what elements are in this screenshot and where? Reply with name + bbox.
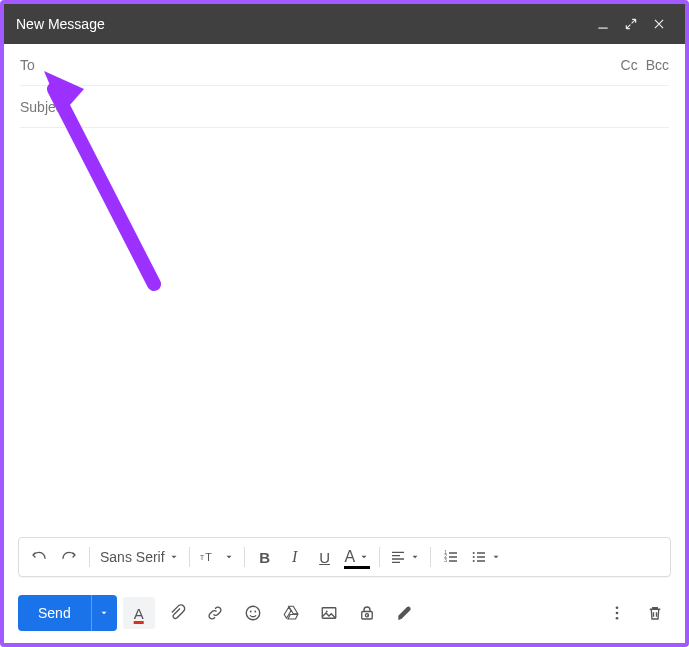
bcc-button[interactable]: Bcc (646, 57, 669, 73)
align-icon (390, 549, 406, 565)
chevron-down-icon (410, 552, 420, 562)
underline-icon: U (319, 549, 330, 566)
lock-clock-icon (358, 604, 376, 622)
chevron-down-icon (169, 552, 179, 562)
bold-button[interactable]: B (251, 543, 279, 571)
chevron-down-icon (224, 552, 234, 562)
redo-icon (61, 549, 77, 565)
bottom-toolbar: Send A (4, 587, 685, 643)
chevron-down-icon (359, 552, 369, 562)
svg-point-7 (473, 556, 475, 558)
font-size-button[interactable]: T T (196, 543, 238, 571)
svg-point-6 (473, 552, 475, 554)
svg-point-9 (246, 606, 260, 620)
close-button[interactable] (645, 10, 673, 38)
insert-signature-button[interactable] (389, 597, 421, 629)
attach-button[interactable] (161, 597, 193, 629)
close-icon (652, 17, 666, 31)
formatting-icon: A (134, 605, 144, 622)
svg-point-8 (473, 560, 475, 562)
text-color-icon: A (345, 548, 356, 566)
to-row[interactable]: To Cc Bcc (20, 44, 669, 86)
trash-icon (646, 604, 664, 622)
emoji-icon (244, 604, 262, 622)
image-icon (320, 604, 338, 622)
redo-button[interactable] (55, 543, 83, 571)
pen-icon (396, 604, 414, 622)
text-color-button[interactable]: A (341, 543, 374, 571)
expand-icon (624, 17, 638, 31)
numbered-list-icon: 123 (443, 549, 459, 565)
formatting-toolbar: Sans Serif T T B I U A 123 (18, 537, 671, 577)
fullscreen-button[interactable] (617, 10, 645, 38)
svg-point-17 (616, 612, 619, 615)
send-group: Send (18, 595, 117, 631)
insert-emoji-button[interactable] (237, 597, 269, 629)
cc-button[interactable]: Cc (621, 57, 638, 73)
send-options-button[interactable] (91, 595, 117, 631)
underline-button[interactable]: U (311, 543, 339, 571)
insert-drive-button[interactable] (275, 597, 307, 629)
confidential-mode-button[interactable] (351, 597, 383, 629)
titlebar: New Message (4, 4, 685, 44)
to-input[interactable] (43, 44, 613, 85)
svg-point-18 (616, 617, 619, 620)
svg-point-10 (250, 611, 252, 613)
font-name: Sans Serif (100, 549, 165, 565)
italic-icon: I (292, 548, 297, 566)
minimize-button[interactable] (589, 10, 617, 38)
paperclip-icon (168, 604, 186, 622)
bullet-list-icon (471, 549, 487, 565)
chevron-down-icon (491, 552, 501, 562)
undo-button[interactable] (25, 543, 53, 571)
bold-icon: B (259, 549, 270, 566)
svg-text:3: 3 (445, 558, 448, 563)
message-body[interactable] (20, 136, 669, 529)
insert-photo-button[interactable] (313, 597, 345, 629)
italic-button[interactable]: I (281, 543, 309, 571)
svg-text:T: T (205, 551, 212, 563)
undo-icon (31, 549, 47, 565)
align-button[interactable] (386, 543, 424, 571)
formatting-toggle-button[interactable]: A (123, 597, 155, 629)
subject-row[interactable] (20, 86, 669, 128)
link-icon (206, 604, 224, 622)
more-vert-icon (608, 604, 626, 622)
discard-draft-button[interactable] (639, 597, 671, 629)
body-area (4, 128, 685, 537)
window-title: New Message (16, 16, 589, 32)
font-size-icon: T T (200, 549, 220, 565)
bullet-list-button[interactable] (467, 543, 505, 571)
chevron-down-icon (99, 608, 109, 618)
drive-icon (282, 604, 300, 622)
svg-point-16 (616, 606, 619, 609)
more-options-button[interactable] (601, 597, 633, 629)
header-fields: To Cc Bcc (4, 44, 685, 128)
numbered-list-button[interactable]: 123 (437, 543, 465, 571)
svg-point-13 (326, 611, 328, 613)
minimize-icon (596, 17, 610, 31)
svg-point-11 (254, 611, 256, 613)
compose-window: New Message To Cc Bcc (4, 4, 685, 643)
subject-input[interactable] (20, 86, 669, 127)
svg-rect-0 (598, 28, 607, 29)
svg-text:T: T (200, 554, 204, 561)
insert-link-button[interactable] (199, 597, 231, 629)
send-button[interactable]: Send (18, 595, 91, 631)
to-label: To (20, 57, 35, 73)
font-select[interactable]: Sans Serif (96, 543, 183, 571)
